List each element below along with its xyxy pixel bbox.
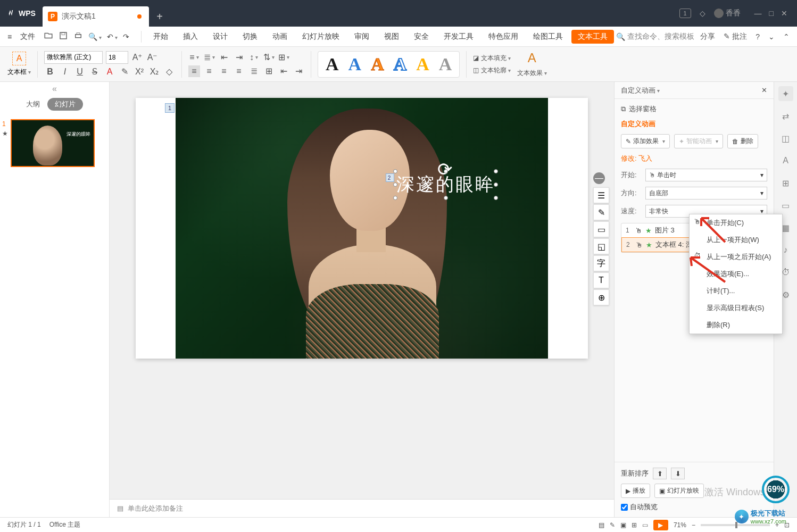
indent-dec-icon[interactable]: ⇤: [218, 52, 230, 63]
menu-view[interactable]: 视图: [378, 30, 405, 44]
tab-left-icon[interactable]: ⇤: [278, 65, 289, 77]
hamburger-icon[interactable]: ≡: [7, 32, 12, 41]
text-outline-button[interactable]: ◫ 文本轮廓: [473, 66, 510, 75]
text-effect-label[interactable]: 文本效果: [517, 69, 547, 78]
italic-icon[interactable]: I: [59, 66, 71, 78]
close-icon[interactable]: ✕: [781, 9, 787, 18]
minimize-icon[interactable]: —: [754, 9, 762, 18]
play-slideshow-button[interactable]: ▶: [653, 520, 668, 530]
more-icon[interactable]: ⌃: [783, 32, 790, 41]
smart-anim-button[interactable]: ✦ 智能动画: [674, 134, 723, 148]
move-down-button[interactable]: ⬇: [671, 468, 685, 479]
collapse-ribbon-icon[interactable]: ⌄: [768, 32, 775, 41]
menu-insert[interactable]: 插入: [177, 30, 204, 44]
play-button[interactable]: ▶ 播放: [621, 484, 650, 498]
menu-file[interactable]: 文件: [14, 30, 41, 44]
line-spacing-icon[interactable]: ↕: [248, 52, 260, 63]
notes-area[interactable]: ▤ 单击此处添加备注: [110, 499, 614, 517]
grow-font-icon[interactable]: A⁺: [131, 52, 143, 63]
font-size-input[interactable]: [106, 51, 128, 64]
view-reading-icon[interactable]: ▭: [642, 521, 648, 529]
align-center-icon[interactable]: ≡: [203, 65, 215, 77]
cm-delete[interactable]: 删除(R): [690, 317, 782, 334]
cm-effect-options[interactable]: 效果选项(E)...: [690, 265, 782, 282]
menu-texttools[interactable]: 文本工具: [571, 30, 614, 44]
slide-thumbnail[interactable]: 1 ★ 深邃的眼眸: [11, 119, 98, 167]
panel-collapse-icon[interactable]: «: [52, 84, 57, 93]
photo-placeholder[interactable]: [176, 98, 548, 359]
help-icon[interactable]: ?: [756, 32, 760, 41]
image-icon[interactable]: ▭: [593, 221, 609, 237]
cm-after-prev[interactable]: ⏱从上一项之后开始(A): [690, 248, 782, 265]
highlight-icon[interactable]: ✎: [119, 66, 130, 78]
save-icon[interactable]: [59, 31, 68, 42]
comment-button[interactable]: ✎ 批注: [724, 32, 747, 41]
menu-transition[interactable]: 切换: [236, 30, 264, 44]
start-select[interactable]: 🖱 单击时▾: [645, 169, 767, 181]
text-tool-icon[interactable]: T: [593, 272, 609, 288]
columns-icon[interactable]: ⊞: [263, 65, 275, 77]
text-effect-icon[interactable]: A: [528, 51, 536, 65]
distrib-icon[interactable]: ≣: [248, 65, 260, 77]
menu-animation[interactable]: 动画: [266, 30, 294, 44]
bullets-icon[interactable]: ≡: [188, 52, 200, 63]
menu-devtools[interactable]: 开发工具: [437, 30, 480, 44]
direction-select[interactable]: 自底部▾: [645, 187, 767, 200]
selection-pane-link[interactable]: ⧉选择窗格: [621, 104, 767, 114]
layers-icon[interactable]: ☰: [593, 187, 609, 203]
new-tab-button[interactable]: +: [149, 6, 170, 27]
collapse-tool-icon[interactable]: —: [593, 172, 605, 184]
pane-close-icon[interactable]: ✕: [761, 86, 767, 94]
notes-toggle-icon[interactable]: ▤: [599, 521, 604, 529]
strike-icon[interactable]: S̶: [89, 66, 101, 78]
text-fill-button[interactable]: ◪ 文本填充: [473, 54, 510, 63]
underline-icon[interactable]: U: [74, 66, 86, 78]
menu-special[interactable]: 特色应用: [482, 30, 525, 44]
pen-icon[interactable]: ✎: [593, 204, 609, 220]
print-icon[interactable]: [73, 31, 83, 42]
cm-with-prev[interactable]: 从上一项开始(W): [690, 231, 782, 248]
align-justify-icon[interactable]: ≡: [233, 65, 245, 77]
slide[interactable]: 1 2 ⟳ 深邃的眼眸 — ☰: [136, 98, 588, 359]
share-button[interactable]: 分享: [700, 32, 715, 41]
search-box[interactable]: 🔍查找命令、搜索模板: [616, 32, 694, 41]
cm-click-start[interactable]: 🖱单击开始(C): [690, 214, 782, 231]
cm-schedule[interactable]: 显示高级日程表(S): [690, 300, 782, 317]
tab-right-icon[interactable]: ⇥: [293, 65, 304, 77]
user-avatar[interactable]: 香香: [714, 9, 741, 18]
textbox-icon[interactable]: A: [12, 52, 26, 65]
align-text-icon[interactable]: ⊞: [278, 52, 289, 63]
document-tab[interactable]: P 演示文稿1: [43, 6, 149, 27]
text-box[interactable]: 2 ⟳ 深邃的眼眸: [396, 172, 495, 197]
char-icon[interactable]: 字: [593, 255, 609, 271]
tab-slides[interactable]: 幻灯片: [47, 98, 83, 111]
undo-icon[interactable]: ↶: [107, 32, 118, 41]
rail-transition-icon[interactable]: ⇄: [778, 109, 793, 123]
rail-anim-icon[interactable]: ✦: [778, 86, 793, 101]
redo-icon[interactable]: ↷: [123, 32, 129, 41]
menu-review[interactable]: 审阅: [348, 30, 376, 44]
preview-icon[interactable]: 🔍: [88, 32, 102, 41]
menu-slideshow[interactable]: 幻灯片放映: [296, 30, 346, 44]
zoom-out-icon[interactable]: −: [692, 521, 695, 529]
add-effect-button[interactable]: ✎ 添加效果: [621, 134, 670, 148]
comments-icon[interactable]: ✎: [610, 521, 615, 529]
textbox-label[interactable]: 文本框: [7, 68, 31, 77]
maximize-icon[interactable]: □: [769, 9, 774, 18]
text-styles-gallery[interactable]: A A A A A A: [318, 51, 460, 78]
indent-inc-icon[interactable]: ⇥: [233, 52, 245, 63]
tab-outline[interactable]: 大纲: [26, 99, 40, 109]
text-direction-icon[interactable]: ⇅: [263, 52, 275, 63]
menu-start[interactable]: 开始: [147, 30, 175, 44]
font-color-icon[interactable]: A: [104, 66, 115, 78]
view-sorter-icon[interactable]: ⊞: [632, 521, 637, 529]
move-up-button[interactable]: ⬆: [653, 468, 667, 479]
delete-button[interactable]: 🗑 删除: [727, 134, 758, 148]
menu-security[interactable]: 安全: [408, 30, 435, 44]
more-tool-icon[interactable]: ⊕: [593, 289, 609, 305]
rail-layout-icon[interactable]: ⊞: [778, 176, 793, 190]
superscript-icon[interactable]: X²: [134, 66, 145, 78]
skin-icon[interactable]: ◇: [700, 9, 705, 18]
align-left-icon[interactable]: ≡: [188, 65, 200, 77]
rail-design-icon[interactable]: ◫: [778, 131, 793, 146]
